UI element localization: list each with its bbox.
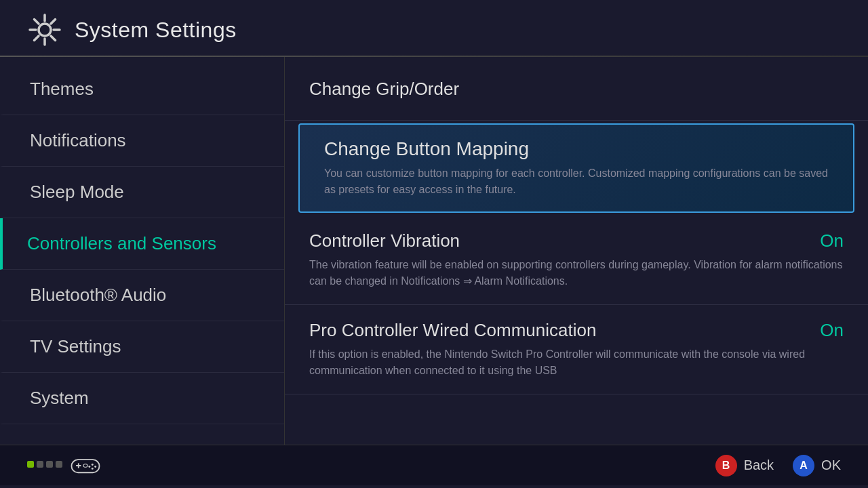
change-button-mapping-title: Change Button Mapping <box>324 138 529 160</box>
content-item-change-button-mapping[interactable]: Change Button Mapping You can customize … <box>298 123 854 213</box>
pro-controller-wired-title: Pro Controller Wired Communication <box>309 320 596 341</box>
change-grip-order-title: Change Grip/Order <box>309 79 459 100</box>
footer: B Back A OK <box>0 445 868 485</box>
footer-left <box>27 451 100 481</box>
ok-button[interactable]: A OK <box>793 455 841 476</box>
sidebar-item-themes[interactable]: Themes <box>0 64 284 115</box>
change-button-mapping-desc: You can customize button mapping for eac… <box>324 165 829 198</box>
controller-vibration-status: On <box>820 230 844 251</box>
sidebar-item-controllers-sensors[interactable]: Controllers and Sensors <box>0 218 284 270</box>
content-item-pro-controller-wired[interactable]: Pro Controller Wired Communication On If… <box>285 305 868 394</box>
dot-3 <box>46 461 53 468</box>
footer-right: B Back A OK <box>715 455 841 476</box>
svg-point-0 <box>39 24 51 36</box>
sidebar-item-notifications[interactable]: Notifications <box>0 115 284 167</box>
b-button-icon: B <box>715 455 737 476</box>
svg-point-14 <box>88 466 90 468</box>
controller-vibration-title: Controller Vibration <box>309 230 460 251</box>
main-layout: Themes Notifications Sleep Mode Controll… <box>0 57 868 445</box>
svg-point-12 <box>92 464 94 466</box>
dot-2 <box>37 461 43 468</box>
controller-icon <box>71 451 100 481</box>
controller-vibration-desc: The vibration feature will be enabled on… <box>309 257 844 289</box>
a-button-icon: A <box>793 455 814 476</box>
sidebar-item-bluetooth[interactable]: Bluetooth® Audio <box>0 270 284 321</box>
dots-row <box>27 461 62 468</box>
content-item-controller-vibration[interactable]: Controller Vibration On The vibration fe… <box>285 216 868 305</box>
svg-line-5 <box>35 20 39 24</box>
svg-point-13 <box>94 466 96 468</box>
pro-controller-wired-desc: If this option is enabled, the Nintendo … <box>309 346 844 379</box>
content-item-change-grip-order[interactable]: Change Grip/Order <box>285 64 868 121</box>
back-button[interactable]: B Back <box>715 455 774 476</box>
svg-point-15 <box>92 467 94 469</box>
sidebar: Themes Notifications Sleep Mode Controll… <box>0 57 285 445</box>
dot-4 <box>56 461 62 468</box>
svg-rect-16 <box>83 464 87 466</box>
controller-indicator <box>27 461 62 470</box>
ok-label: OK <box>821 458 841 473</box>
pro-controller-wired-status: On <box>820 320 844 341</box>
sidebar-item-tv-settings[interactable]: TV Settings <box>0 321 284 373</box>
svg-line-8 <box>35 36 39 41</box>
header: System Settings <box>0 0 868 56</box>
gear-icon <box>27 12 62 47</box>
back-label: Back <box>744 458 774 473</box>
page-title: System Settings <box>75 18 237 43</box>
sidebar-item-system[interactable]: System <box>0 373 284 424</box>
svg-line-6 <box>51 36 56 41</box>
sidebar-item-sleep-mode[interactable]: Sleep Mode <box>0 167 284 218</box>
svg-line-7 <box>51 20 56 24</box>
content-panel: Change Grip/Order Change Button Mapping … <box>285 57 868 445</box>
dot-1 <box>27 461 34 468</box>
